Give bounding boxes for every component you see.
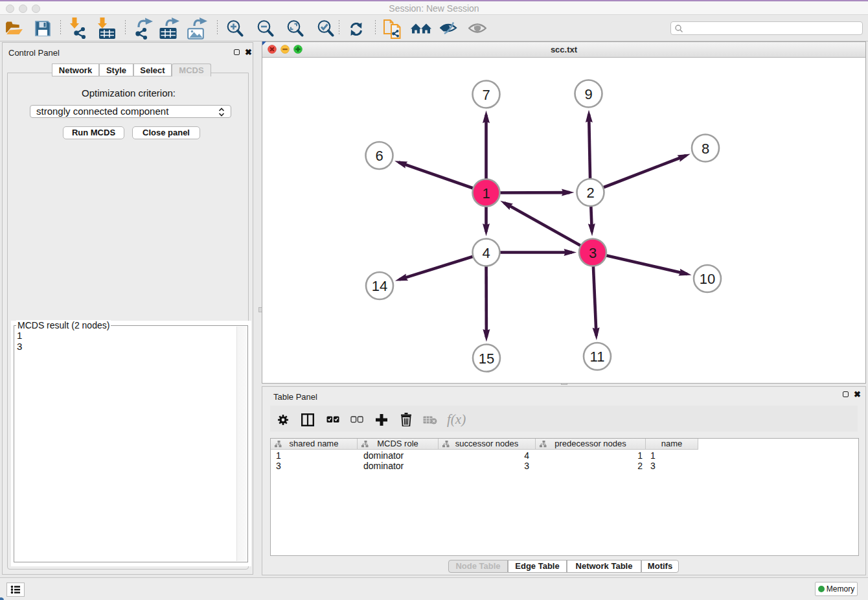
svg-text:8: 8: [702, 141, 709, 157]
svg-text:11: 11: [590, 349, 605, 365]
svg-text:14: 14: [372, 278, 387, 294]
svg-text:3: 3: [589, 245, 597, 261]
svg-text:4: 4: [482, 245, 490, 261]
svg-text:7: 7: [482, 87, 490, 103]
svg-text:9: 9: [584, 86, 592, 102]
svg-text:15: 15: [479, 351, 494, 367]
svg-text:1: 1: [482, 185, 490, 202]
svg-text:2: 2: [586, 185, 594, 201]
svg-text:10: 10: [700, 271, 715, 287]
svg-text:6: 6: [375, 148, 383, 164]
